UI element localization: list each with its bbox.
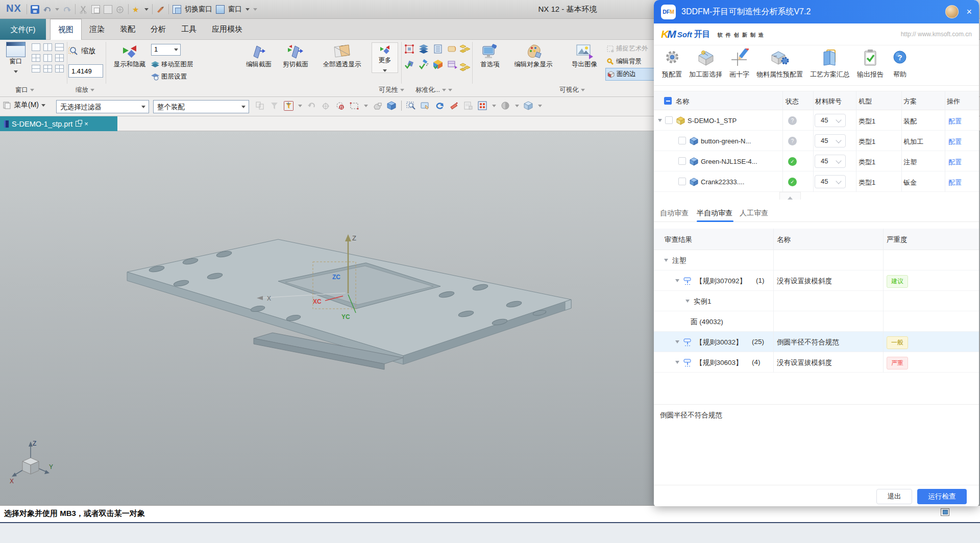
snap-point-icon[interactable]: [335, 101, 345, 111]
layer-visible-icon[interactable]: [419, 44, 429, 54]
collapse-arrow-icon[interactable]: [664, 259, 668, 262]
tab-close-icon[interactable]: ×: [84, 120, 88, 128]
show-through-all-button[interactable]: 全部通透显示: [315, 43, 369, 69]
selection-filter-dropdown[interactable]: 无选择过滤器: [56, 100, 149, 113]
tab-restore-icon[interactable]: [76, 121, 81, 127]
window-icon[interactable]: [216, 5, 225, 14]
window-button[interactable]: 窗口: [4, 42, 28, 75]
menu-button[interactable]: 菜单(M): [3, 101, 45, 110]
window-menu-button[interactable]: 窗口: [228, 5, 242, 14]
material-preconfig-button[interactable]: 物料属性预配置: [756, 48, 803, 79]
grid-caret-icon[interactable]: [492, 105, 496, 107]
bounding-frame-icon[interactable]: [404, 44, 414, 54]
related-objects-icon[interactable]: [255, 101, 265, 111]
tab-tools[interactable]: 工具: [174, 19, 204, 40]
layout-two-vertical-icon[interactable]: [43, 43, 52, 51]
review-rule-row[interactable]: 【规则30603】 (4) 没有设置拔模斜度 严重: [654, 352, 979, 373]
layout-quad-icon[interactable]: [55, 54, 64, 62]
tab-semiauto-review[interactable]: 半自动审查: [697, 209, 732, 218]
command-finder-icon[interactable]: ★: [132, 5, 141, 14]
machining-face-select-button[interactable]: 加工面选择: [689, 48, 722, 79]
grid-view-icon[interactable]: [478, 101, 487, 111]
review-instance-row[interactable]: 实例1: [654, 291, 979, 311]
save-icon[interactable]: [31, 5, 39, 14]
edit-object-display-button[interactable]: 编辑对象显示: [507, 43, 559, 69]
layout-left-split-icon[interactable]: [32, 54, 40, 62]
zoom-value-input[interactable]: [68, 64, 103, 78]
capture-art-button[interactable]: 捕捉艺术外: [605, 42, 654, 55]
group-label-zoom[interactable]: 缩放: [76, 86, 94, 94]
marquee-select-icon[interactable]: [350, 101, 359, 111]
material-select[interactable]: 45: [815, 155, 846, 168]
group-label-standardization[interactable]: 标准化...: [415, 86, 452, 94]
dialog-panel-icon[interactable]: [463, 101, 473, 111]
material-select[interactable]: 45: [815, 134, 846, 147]
configure-link[interactable]: 配置: [948, 158, 962, 167]
run-check-button[interactable]: 运行检查: [917, 489, 967, 504]
shaded-sphere-icon[interactable]: [501, 101, 510, 111]
check-object-icon[interactable]: [404, 59, 414, 69]
review-face-row[interactable]: 面 (49032): [654, 311, 979, 332]
star-dropdown-icon[interactable]: [144, 8, 149, 11]
cut-icon[interactable]: [79, 5, 88, 14]
touch-brush-icon[interactable]: [156, 5, 165, 14]
clip-section-button[interactable]: 剪切截面: [279, 43, 312, 69]
dfm-titlebar[interactable]: DFM 3DDFM-开目可制造性分析系统V7.2 ×: [654, 0, 979, 23]
tab-manual-review[interactable]: 人工审查: [740, 209, 768, 218]
view-style-icon[interactable]: [447, 59, 457, 69]
collapse-arrow-icon[interactable]: [685, 300, 690, 303]
configure-link[interactable]: 配置: [948, 117, 962, 126]
configure-link[interactable]: 配置: [948, 137, 962, 146]
colored-cube-icon[interactable]: [433, 59, 443, 69]
layout-single-icon[interactable]: [32, 43, 40, 51]
snap-filter-icon[interactable]: [284, 101, 293, 111]
collapse-arrow-icon[interactable]: [675, 361, 679, 364]
edit-section-button[interactable]: 编辑截面: [242, 43, 276, 69]
exit-button[interactable]: 退出: [876, 489, 912, 504]
row-checkbox[interactable]: [665, 116, 673, 124]
tab-view[interactable]: 视图: [50, 19, 82, 40]
output-report-button[interactable]: 输出报告: [857, 48, 884, 79]
layout-grid-icon[interactable]: [55, 65, 64, 72]
component-group2-icon[interactable]: [459, 62, 471, 73]
help-button[interactable]: ? 帮助: [891, 48, 909, 79]
configure-link[interactable]: 配置: [948, 178, 962, 187]
layout-mixed-icon[interactable]: [43, 65, 52, 72]
sync-icon[interactable]: [116, 5, 125, 14]
show-hide-button[interactable]: 显示和隐藏: [110, 43, 149, 69]
export-image-button[interactable]: 导出图像: [561, 43, 607, 69]
redo-icon[interactable]: [63, 5, 71, 14]
eraser-pen-icon[interactable]: [449, 101, 459, 111]
undo-dropdown-icon[interactable]: [55, 8, 59, 11]
move-to-layer-button[interactable]: 移动至图层: [151, 60, 193, 69]
solid-cube-icon[interactable]: [387, 101, 397, 111]
paste-icon[interactable]: [104, 5, 112, 14]
tab-application-modules[interactable]: 应用模块: [204, 19, 250, 40]
collapse-arrow-icon[interactable]: [675, 279, 679, 282]
more-button[interactable]: 更多: [372, 42, 398, 73]
structure-icon[interactable]: [433, 44, 443, 54]
part-tab[interactable]: S-DEMO-1_stp.prt ×: [0, 116, 117, 131]
face-edges-button[interactable]: 面的边: [605, 68, 654, 81]
group-label-visibility[interactable]: 可见性: [379, 86, 404, 94]
switch-window-icon[interactable]: [173, 5, 181, 14]
fit-refresh-icon[interactable]: [435, 101, 445, 111]
parts-row-component[interactable]: Green-NJL1SE-4... ✓ 45 类型1 注塑 配置: [654, 151, 979, 171]
tab-assembly[interactable]: 装配: [112, 19, 143, 40]
expand-arrow-icon[interactable]: [658, 119, 662, 122]
tab-render[interactable]: 渲染: [82, 19, 112, 40]
layout-right-split-icon[interactable]: [43, 54, 52, 62]
material-select[interactable]: 45: [815, 175, 846, 188]
zoom-window-icon[interactable]: [406, 101, 416, 111]
pan-hand-icon[interactable]: [421, 101, 430, 111]
edit-background-button[interactable]: 编辑背景: [605, 55, 654, 68]
tab-analysis[interactable]: 分析: [143, 19, 174, 40]
marquee-caret-icon[interactable]: [364, 105, 368, 107]
funnel-dim-icon[interactable]: [270, 101, 279, 111]
row-checkbox[interactable]: [678, 137, 686, 144]
group-label-window[interactable]: 窗口: [15, 86, 34, 94]
sphere-caret-icon[interactable]: [515, 105, 519, 107]
material-select[interactable]: 45: [815, 114, 846, 127]
zoom-button[interactable]: 缩放: [68, 46, 95, 56]
process-plan-summary-button[interactable]: 工艺方案汇总: [810, 48, 850, 79]
